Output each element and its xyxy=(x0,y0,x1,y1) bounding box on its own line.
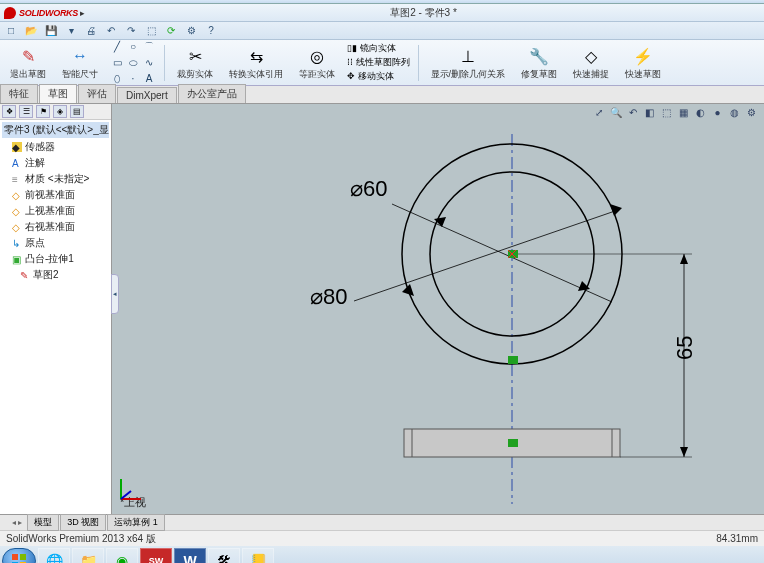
hide-show-icon[interactable]: ◐ xyxy=(694,106,707,119)
feature-tree[interactable]: 零件3 (默认<<默认>_显示状态 ◆传感器 A注解 ≡材质 <未指定> ◇前视… xyxy=(0,120,111,514)
tree-extrude1[interactable]: ▣凸台-拉伸1 xyxy=(2,251,109,267)
appearance-icon[interactable]: ● xyxy=(711,106,724,119)
start-button[interactable] xyxy=(2,548,36,563)
panel-collapse-handle[interactable]: ◂ xyxy=(111,274,119,314)
tree-sensors[interactable]: ◆传感器 xyxy=(2,139,109,155)
line-icon[interactable]: ╱ xyxy=(110,40,124,54)
globe-icon: 🌐 xyxy=(46,553,63,563)
config-tab[interactable]: ⚑ xyxy=(36,105,50,118)
smart-dimension-button[interactable]: ↔ 智能尺寸 xyxy=(58,42,102,83)
taskbar-app1[interactable]: ◉ xyxy=(106,548,138,563)
dim-height[interactable]: 65 xyxy=(672,336,697,360)
tree-origin[interactable]: ↳原点 xyxy=(2,235,109,251)
taskbar-explorer[interactable]: 📁 xyxy=(72,548,104,563)
point-icon[interactable]: · xyxy=(126,72,140,86)
trim-button[interactable]: ✂ 裁剪实体 xyxy=(173,42,217,83)
undo-icon[interactable]: ↶ xyxy=(104,24,118,38)
options-icon[interactable]: ⚙ xyxy=(184,24,198,38)
svg-marker-2 xyxy=(402,284,414,296)
tree-top-plane[interactable]: ◇上视基准面 xyxy=(2,203,109,219)
plane-icon: ◇ xyxy=(12,222,22,232)
coincident-badge-3[interactable] xyxy=(508,439,518,447)
status-bar: SolidWorks Premium 2013 x64 版 84.31mm xyxy=(0,530,764,546)
tab-features[interactable]: 特征 xyxy=(0,84,38,103)
slot-icon[interactable]: ⬭ xyxy=(126,56,140,70)
dim-inner[interactable]: ⌀60 xyxy=(350,176,387,201)
new-icon[interactable]: □ xyxy=(4,24,18,38)
svg-rect-16 xyxy=(20,554,26,560)
svg-rect-15 xyxy=(12,554,18,560)
spline-icon[interactable]: ∿ xyxy=(142,56,156,70)
help-icon[interactable]: ? xyxy=(204,24,218,38)
rapid-icon: ⚡ xyxy=(631,44,655,68)
redo-icon[interactable]: ↷ xyxy=(124,24,138,38)
tree-annotations[interactable]: A注解 xyxy=(2,155,109,171)
coincident-badge-2[interactable] xyxy=(508,356,518,364)
taskbar-app3[interactable]: 📒 xyxy=(242,548,274,563)
move-button[interactable]: ✥ 移动实体 xyxy=(347,70,394,83)
offset-button[interactable]: ◎ 等距实体 xyxy=(295,42,339,83)
select-icon[interactable]: ⬚ xyxy=(144,24,158,38)
tree-right-plane[interactable]: ◇右视基准面 xyxy=(2,219,109,235)
tree-front-plane[interactable]: ◇前视基准面 xyxy=(2,187,109,203)
tab-3dview[interactable]: 3D 视图 xyxy=(60,514,106,531)
taskbar-app2[interactable]: 🛠 xyxy=(208,548,240,563)
taskbar-solidworks[interactable]: SW xyxy=(140,548,172,563)
convert-button[interactable]: ⇆ 转换实体引用 xyxy=(225,42,287,83)
tab-sketch[interactable]: 草图 xyxy=(39,84,77,103)
rebuild-icon[interactable]: ⟳ xyxy=(164,24,178,38)
tab-model[interactable]: 模型 xyxy=(27,514,59,531)
taskbar-word[interactable]: W xyxy=(174,548,206,563)
display-style-icon[interactable]: ▦ xyxy=(677,106,690,119)
view-triad-icon xyxy=(116,474,146,504)
taskbar-browser[interactable]: 🌐 xyxy=(38,548,70,563)
section-icon[interactable]: ◧ xyxy=(643,106,656,119)
zoom-area-icon[interactable]: 🔍 xyxy=(609,106,622,119)
tab-office[interactable]: 办公室产品 xyxy=(178,84,246,103)
rect-icon[interactable]: ▭ xyxy=(110,56,124,70)
tab-evaluate[interactable]: 评估 xyxy=(78,84,116,103)
tree-root[interactable]: 零件3 (默认<<默认>_显示状态 xyxy=(2,122,109,138)
linear-pattern-button[interactable]: ⁞⁞ 线性草图阵列 xyxy=(347,56,410,69)
arc-icon[interactable]: ⌒ xyxy=(142,40,156,54)
exit-sketch-button[interactable]: ✎ 退出草图 xyxy=(6,42,50,83)
display-relations-button[interactable]: ⊥ 显示/删除几何关系 xyxy=(427,42,510,83)
save-dropdown-icon[interactable]: ▾ xyxy=(64,24,78,38)
windows-taskbar: 🌐 📁 ◉ SW W 🛠 📒 xyxy=(0,546,764,563)
mirror-button[interactable]: ▯▮ 镜向实体 xyxy=(347,42,396,55)
pattern-icon: ⁞⁞ xyxy=(347,57,353,67)
heads-up-toolbar: ⤢ 🔍 ↶ ◧ ⬚ ▦ ◐ ● ◍ ⚙ xyxy=(592,106,758,119)
dimxpert-tab[interactable]: ◈ xyxy=(53,105,67,118)
app-name: SOLIDWORKS xyxy=(19,8,78,18)
origin-icon: ↳ xyxy=(12,238,22,248)
repair-button[interactable]: 🔧 修复草图 xyxy=(517,42,561,83)
feature-manager: ❖ ☰ ⚑ ◈ ▤ 零件3 (默认<<默认>_显示状态 ◆传感器 A注解 ≡材质… xyxy=(0,104,112,514)
svg-line-14 xyxy=(121,491,131,499)
dim-outer[interactable]: ⌀80 xyxy=(310,284,347,309)
feature-tree-tab[interactable]: ❖ xyxy=(2,105,16,118)
extrude-icon: ▣ xyxy=(12,254,22,264)
sketch-canvas: ⌀60 ⌀80 65 *上视 xyxy=(112,104,764,514)
tab-dimxpert[interactable]: DimXpert xyxy=(117,87,177,103)
open-icon[interactable]: 📂 xyxy=(24,24,38,38)
print-icon[interactable]: 🖨 xyxy=(84,24,98,38)
rapid-sketch-button[interactable]: ⚡ 快速草图 xyxy=(621,42,665,83)
quick-snap-button[interactable]: ◇ 快速捕捉 xyxy=(569,42,613,83)
scene-icon[interactable]: ◍ xyxy=(728,106,741,119)
display-tab[interactable]: ▤ xyxy=(70,105,84,118)
view-settings-icon[interactable]: ⚙ xyxy=(745,106,758,119)
graphics-viewport[interactable]: ◂ ⤢ 🔍 ↶ ◧ ⬚ ▦ ◐ ● ◍ ⚙ ⌀60 xyxy=(112,104,764,514)
circle-icon[interactable]: ○ xyxy=(126,40,140,54)
sketch-tools-grid: ╱ ○ ⌒ ▭ ⬭ ∿ ⬯ · A xyxy=(110,40,156,86)
tab-motion[interactable]: 运动算例 1 xyxy=(107,514,165,531)
property-tab[interactable]: ☰ xyxy=(19,105,33,118)
tree-sketch2[interactable]: ✎草图2 xyxy=(2,267,109,283)
text-icon[interactable]: A xyxy=(142,72,156,86)
view-orient-icon[interactable]: ⬚ xyxy=(660,106,673,119)
prev-view-icon[interactable]: ↶ xyxy=(626,106,639,119)
sensor-icon: ◆ xyxy=(12,142,22,152)
save-icon[interactable]: 💾 xyxy=(44,24,58,38)
tree-material[interactable]: ≡材质 <未指定> xyxy=(2,171,109,187)
zoom-fit-icon[interactable]: ⤢ xyxy=(592,106,605,119)
menu-expand-icon[interactable]: ▸ xyxy=(78,8,87,18)
